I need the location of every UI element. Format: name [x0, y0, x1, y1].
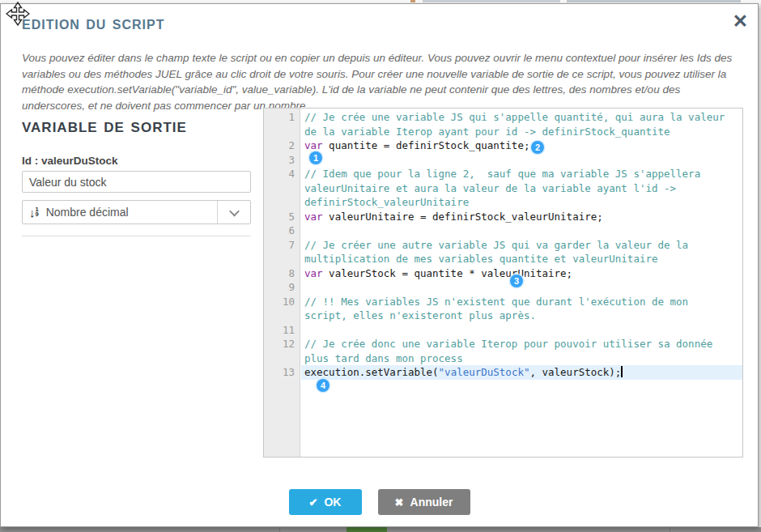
script-code-editor[interactable]: 1// Je crée une variable JS qui s'appell…	[263, 108, 743, 458]
ok-button-label: OK	[324, 496, 341, 509]
move-cursor-icon	[6, 2, 30, 26]
line-number: 9	[264, 280, 301, 295]
code-line[interactable]: 11	[264, 323, 742, 338]
code-line[interactable]: 6	[264, 223, 742, 238]
line-number: 4	[264, 167, 301, 181]
line-number: 5	[264, 210, 301, 224]
dialog-title: Edition du script	[22, 12, 164, 34]
chevron-down-icon	[229, 206, 240, 216]
cancel-button[interactable]: ✖ Annuler	[378, 489, 470, 515]
variable-type-select[interactable]: ↓ 19 Nombre décimal	[22, 200, 251, 224]
line-number	[264, 181, 301, 196]
callout-badge-1: 1	[309, 151, 322, 164]
line-number	[264, 195, 301, 210]
code-text: // Idem que pour la ligne 2, sauf que ma…	[301, 167, 742, 181]
code-line[interactable]: 12// Je crée donc une variable Iterop po…	[264, 337, 742, 351]
dialog-description: Vous pouvez éditer dans le champ texte l…	[22, 50, 742, 113]
code-text: execution.setVariable("valeurDuStock", v…	[301, 365, 742, 380]
ok-button[interactable]: ✔ OK	[289, 489, 362, 515]
background-fragment	[410, 0, 415, 2]
code-line[interactable]: 2var quantite = definirStock_quantite;	[264, 138, 742, 153]
code-text: var valeurUnitaire = definirStock_valeur…	[301, 210, 742, 224]
code-line[interactable]: plus tard dans mon process	[264, 351, 742, 366]
code-line[interactable]: 1// Je crée une variable JS qui s'appell…	[264, 110, 742, 125]
variable-id-label: Id : valeurDuStock	[22, 155, 118, 167]
line-number: 7	[264, 238, 301, 253]
line-number: 11	[264, 323, 301, 338]
code-text: script, elles n'existeront plus après.	[301, 309, 742, 323]
code-line[interactable]: 8var valeurStock = quantite * valeurUnit…	[264, 266, 742, 281]
code-text	[301, 153, 742, 168]
code-line[interactable]: 7// Je créer une autre variable JS qui v…	[264, 238, 742, 253]
divider	[22, 236, 251, 236]
code-text: var quantite = definirStock_quantite;	[301, 138, 742, 153]
line-number: 3	[264, 153, 301, 168]
output-variable-heading: Variable de sortie	[22, 114, 187, 137]
variable-type-value: Nombre décimal	[46, 206, 217, 219]
code-line[interactable]: 3	[264, 153, 742, 168]
background-fragment	[423, 0, 560, 2]
line-number: 1	[264, 110, 301, 125]
code-line[interactable]: script, elles n'existeront plus après.	[264, 309, 742, 323]
text-caret	[621, 366, 623, 377]
code-line[interactable]: 4// Idem que pour la ligne 2, sauf que m…	[264, 167, 742, 181]
code-line[interactable]: 5var valeurUnitaire = definirStock_valeu…	[264, 210, 742, 224]
dialog-footer: ✔ OK ✖ Annuler	[1, 489, 758, 515]
callout-badge-4: 4	[317, 379, 329, 392]
code-text: valeurUnitaire et aura la valeur de la v…	[301, 181, 742, 196]
code-line[interactable]: 13execution.setVariable("valeurDuStock",…	[264, 365, 742, 380]
code-text: // Je créer une autre variable JS qui va…	[301, 238, 742, 253]
line-number	[264, 125, 301, 139]
line-number: 10	[264, 295, 301, 309]
code-text: de la variable Iterop ayant pour id -> d…	[301, 125, 742, 139]
line-number: 8	[264, 266, 301, 281]
line-number	[264, 252, 301, 266]
code-text: // Je crée donc une variable Iterop pour…	[301, 337, 742, 351]
code-text	[301, 323, 742, 338]
background-taskbar-item	[346, 527, 387, 532]
code-line[interactable]: definirStock_valeurUnitaire	[264, 195, 742, 210]
code-text: // !! Mes variables JS n'existent que du…	[301, 295, 742, 309]
callout-badge-3: 3	[510, 275, 523, 287]
line-number: 2	[264, 138, 301, 153]
line-number	[264, 351, 301, 366]
script-edit-dialog: ✕ Edition du script Vous pouvez éditer d…	[0, 3, 759, 527]
cancel-button-label: Annuler	[410, 496, 453, 509]
code-line[interactable]: 10// !! Mes variables JS n'existent que …	[264, 295, 742, 309]
code-line[interactable]: valeurUnitaire et aura la valeur de la v…	[264, 181, 742, 196]
callout-badge-2: 2	[531, 141, 544, 154]
background-fragment	[567, 0, 741, 2]
code-text: plus tard dans mon process	[301, 351, 742, 366]
code-text: // Je crée une variable JS qui s'appelle…	[301, 110, 742, 125]
check-icon: ✔	[309, 496, 318, 509]
divider	[670, 527, 670, 532]
sort-numeric-icon: ↓ 19	[29, 206, 39, 219]
code-line[interactable]: de la variable Iterop ayant pour id -> d…	[264, 125, 742, 139]
line-number: 12	[264, 337, 301, 351]
code-line[interactable]: multiplication de mes variables quantite…	[264, 252, 742, 266]
code-text: multiplication de mes variables quantite…	[301, 252, 742, 266]
line-number	[264, 309, 301, 323]
divider	[279, 527, 280, 532]
code-text: definirStock_valeurUnitaire	[301, 195, 742, 210]
code-text	[301, 223, 742, 238]
line-number: 13	[264, 365, 301, 380]
code-line[interactable]: 9	[264, 280, 742, 295]
variable-name-input[interactable]	[22, 171, 251, 193]
cross-icon: ✖	[395, 496, 404, 509]
line-number: 6	[264, 223, 301, 238]
background-bottom-bar	[0, 527, 761, 532]
close-icon[interactable]: ✕	[733, 11, 748, 32]
code-rows: 1// Je crée une variable JS qui s'appell…	[264, 109, 742, 380]
select-open-button[interactable]	[218, 201, 250, 223]
